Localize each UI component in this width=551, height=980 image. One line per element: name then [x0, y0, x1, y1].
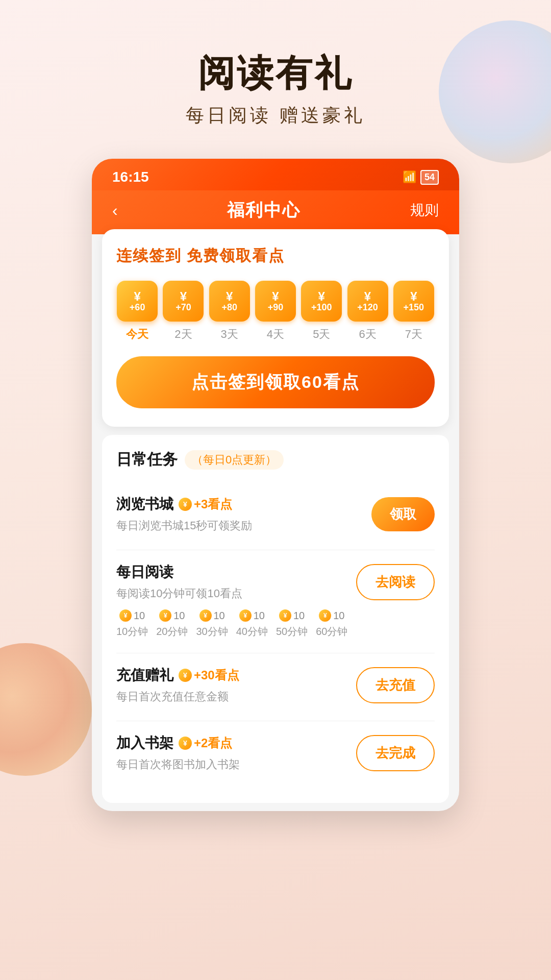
progress-item: ¥ 10 40分钟: [236, 609, 268, 639]
reward-text: +2看点: [194, 735, 232, 751]
task-row: 浏览书城 ¥ +3看点 每日浏览书城15秒可领奖励 领取: [116, 495, 435, 533]
progress-amount: 10: [293, 610, 305, 622]
coin-amount: +150: [404, 303, 424, 312]
coin-amount: +80: [221, 303, 237, 312]
nav-rules-button[interactable]: 规则: [410, 201, 439, 220]
coin-amount: +70: [176, 303, 191, 312]
task-info: 充值赠礼 ¥ +30看点 每日首次充值任意金额: [116, 666, 356, 704]
progress-coin: ¥ 10: [239, 609, 265, 622]
coin-icon: ¥: [319, 609, 331, 622]
progress-time: 50分钟: [276, 625, 308, 639]
tasks-section: 日常任务 （每日0点更新） 浏览书城 ¥ +3看点 每日浏览书城15秒可领奖励 …: [102, 435, 449, 803]
task-reward: ¥ +30看点: [179, 667, 239, 683]
phone-container: 16:15 📶 54 ‹ 福利中心 规则 连续签到 免费领取看点 ¥ +60 今…: [92, 159, 459, 811]
day-coin: ¥ +90: [255, 281, 296, 322]
progress-time: 60分钟: [316, 625, 347, 639]
day-label: 3天: [221, 327, 238, 342]
yen-symbol: ¥: [318, 290, 325, 303]
day-item[interactable]: ¥ +70 2天: [162, 281, 204, 342]
day-item[interactable]: ¥ +120 6天: [346, 281, 388, 342]
progress-coin: ¥ 10: [279, 609, 305, 622]
task-item: 浏览书城 ¥ +3看点 每日浏览书城15秒可领奖励 领取: [116, 482, 435, 550]
task-desc: 每日首次充值任意金额: [116, 690, 229, 703]
task-row: 加入书架 ¥ +2看点 每日首次将图书加入书架 去完成: [116, 733, 435, 772]
coin-icon-sm: ¥: [179, 498, 192, 511]
progress-amount: 10: [214, 610, 225, 622]
task-row: 充值赠礼 ¥ +30看点 每日首次充值任意金额 去充值: [116, 666, 435, 704]
day-label: 2天: [174, 327, 192, 342]
task-desc: 每阅读10分钟可领10看点: [116, 587, 242, 600]
task-name-row: 每日阅读: [116, 562, 356, 582]
section-title: 日常任务: [116, 449, 178, 470]
nav-bar: ‹ 福利中心 规则: [92, 190, 459, 234]
coin-amount: +90: [268, 303, 284, 312]
progress-item: ¥ 10 20分钟: [156, 609, 188, 639]
progress-amount: 10: [333, 610, 344, 622]
section-badge: （每日0点更新）: [185, 450, 284, 470]
task-item: 充值赠礼 ¥ +30看点 每日首次充值任意金额 去充值: [116, 653, 435, 721]
task-desc: 每日浏览书城15秒可领奖励: [116, 519, 252, 532]
progress-coin: ¥ 10: [319, 609, 344, 622]
coin-icon: ¥: [199, 609, 212, 622]
progress-time: 40分钟: [236, 625, 268, 639]
progress-amount: 10: [134, 610, 145, 622]
reward-text: +3看点: [194, 496, 232, 512]
day-coin: ¥ +60: [117, 281, 158, 322]
status-bar: 16:15 📶 54: [92, 159, 459, 190]
progress-item: ¥ 10 50分钟: [276, 609, 308, 639]
task-row: 每日阅读 每阅读10分钟可领10看点 去阅读: [116, 562, 435, 601]
coin-amount: +120: [357, 303, 378, 312]
status-icons: 📶 54: [403, 170, 439, 185]
battery-indicator: 54: [420, 170, 439, 185]
task-item: 加入书架 ¥ +2看点 每日首次将图书加入书架 去完成: [116, 721, 435, 789]
progress-item: ¥ 10 30分钟: [196, 609, 228, 639]
nav-title: 福利中心: [227, 199, 300, 222]
task-info: 加入书架 ¥ +2看点 每日首次将图书加入书架: [116, 733, 356, 772]
signin-button[interactable]: 点击签到领取60看点: [116, 356, 435, 408]
status-time: 16:15: [112, 169, 149, 185]
yen-symbol: ¥: [410, 290, 417, 303]
day-item[interactable]: ¥ +80 3天: [209, 281, 251, 342]
day-label: 今天: [126, 327, 148, 342]
coin-amount: +100: [311, 303, 332, 312]
task-desc: 每日首次将图书加入书架: [116, 758, 240, 771]
nav-back-button[interactable]: ‹: [112, 201, 118, 220]
day-coin: ¥ +80: [209, 281, 250, 322]
task-action-button[interactable]: 领取: [371, 497, 435, 531]
day-label: 6天: [359, 327, 376, 342]
section-header: 日常任务 （每日0点更新）: [116, 449, 435, 470]
task-name-row: 浏览书城 ¥ +3看点: [116, 495, 371, 514]
task-name: 浏览书城: [116, 495, 173, 514]
task-info: 每日阅读 每阅读10分钟可领10看点: [116, 562, 356, 601]
day-item[interactable]: ¥ +100 5天: [300, 281, 342, 342]
coin-icon: ¥: [159, 609, 171, 622]
task-name: 充值赠礼: [116, 666, 173, 685]
task-action-button[interactable]: 去充值: [356, 667, 435, 703]
progress-item: ¥ 10 60分钟: [316, 609, 347, 639]
progress-coin: ¥ 10: [119, 609, 145, 622]
signin-days: ¥ +60 今天 ¥ +70 2天 ¥ +80 3天 ¥ +90 4天 ¥ +1…: [116, 281, 435, 342]
yen-symbol: ¥: [226, 290, 233, 303]
yen-symbol: ¥: [134, 290, 140, 303]
day-item[interactable]: ¥ +150 7天: [393, 281, 435, 342]
task-reward: ¥ +3看点: [179, 496, 232, 512]
signin-card: 连续签到 免费领取看点 ¥ +60 今天 ¥ +70 2天 ¥ +80 3天 ¥…: [102, 229, 449, 427]
progress-amount: 10: [254, 610, 265, 622]
progress-amount: 10: [173, 610, 185, 622]
day-label: 7天: [405, 327, 422, 342]
task-name-row: 充值赠礼 ¥ +30看点: [116, 666, 356, 685]
signin-title: 连续签到 免费领取看点: [116, 246, 435, 266]
day-item[interactable]: ¥ +60 今天: [116, 281, 158, 342]
task-name: 加入书架: [116, 733, 173, 753]
tasks-list: 浏览书城 ¥ +3看点 每日浏览书城15秒可领奖励 领取 每日阅读 每阅读10分…: [116, 482, 435, 789]
task-action-button[interactable]: 去阅读: [356, 564, 435, 600]
coin-icon: ¥: [119, 609, 132, 622]
task-action-button[interactable]: 去完成: [356, 735, 435, 771]
day-label: 4天: [267, 327, 284, 342]
day-coin: ¥ +100: [301, 281, 342, 322]
day-item[interactable]: ¥ +90 4天: [255, 281, 296, 342]
phone-inner: 16:15 📶 54 ‹ 福利中心 规则 连续签到 免费领取看点 ¥ +60 今…: [92, 159, 459, 811]
coin-icon: ¥: [279, 609, 291, 622]
task-info: 浏览书城 ¥ +3看点 每日浏览书城15秒可领奖励: [116, 495, 371, 533]
task-reward: ¥ +2看点: [179, 735, 232, 751]
